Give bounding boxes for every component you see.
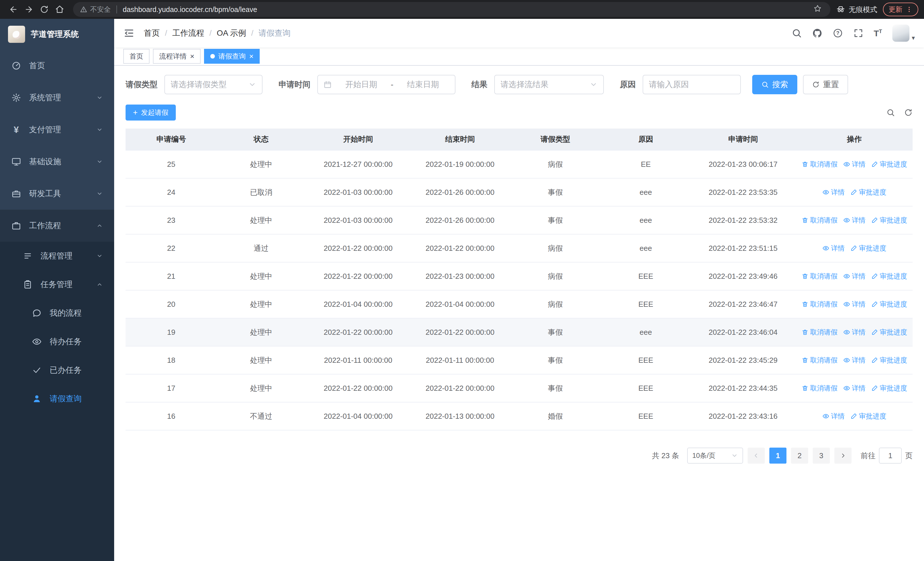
fullscreen-icon[interactable] — [853, 28, 864, 38]
page-button-2[interactable]: 2 — [791, 448, 808, 463]
action-cancel-link[interactable]: 取消请假 — [802, 328, 837, 337]
action-detail-link[interactable]: 详情 — [843, 300, 866, 309]
page-button-1[interactable]: 1 — [770, 448, 786, 463]
action-detail-link[interactable]: 详情 — [843, 160, 866, 169]
url-text[interactable]: dashboard.yudao.iocoder.cn/bpm/oa/leave — [123, 5, 813, 14]
action-progress-link[interactable]: 审批进度 — [871, 160, 907, 169]
user-avatar-menu[interactable]: ▾ — [892, 24, 915, 42]
sidebar-item-leave-query[interactable]: 请假查询 — [0, 385, 114, 413]
action-detail-link[interactable]: 详情 — [843, 328, 866, 337]
sidebar-item-process-mgmt[interactable]: 流程管理 — [0, 242, 114, 270]
breadcrumb-current: 请假查询 — [258, 28, 291, 39]
sidebar-item-payment[interactable]: ¥ 支付管理 — [0, 114, 114, 146]
action-progress-link[interactable]: 审批进度 — [871, 384, 907, 393]
reason-input[interactable] — [643, 75, 741, 94]
tab-home[interactable]: 首页 — [123, 49, 150, 64]
table-row[interactable]: 16 不通过 2022-01-04 00:00:00 2022-01-13 00… — [126, 402, 913, 430]
action-progress-link[interactable]: 审批进度 — [871, 328, 907, 337]
site-security-chip[interactable]: 不安全 — [80, 5, 111, 14]
close-icon[interactable]: × — [249, 53, 254, 60]
sidebar-item-workflow[interactable]: 工作流程 — [0, 210, 114, 242]
action-progress-link[interactable]: 审批进度 — [850, 412, 886, 421]
date-range-picker[interactable]: 开始日期 - 结束日期 — [317, 75, 455, 94]
action-progress-link[interactable]: 审批进度 — [871, 216, 907, 225]
browser-home-button[interactable] — [52, 2, 68, 17]
chevron-up-icon — [96, 223, 103, 229]
github-icon[interactable] — [812, 28, 822, 38]
goto-page-input[interactable] — [879, 448, 902, 463]
action-cancel-link[interactable]: 取消请假 — [802, 272, 837, 281]
kebab-menu-icon[interactable] — [906, 6, 913, 13]
browser-forward-button[interactable] — [21, 2, 36, 17]
result-select[interactable]: 请选择流结果 — [494, 75, 604, 94]
breadcrumb-home[interactable]: 首页 — [144, 28, 160, 39]
leave-type-select[interactable]: 请选择请假类型 — [164, 75, 262, 94]
button-label: 重置 — [823, 79, 839, 90]
browser-update-button[interactable]: 更新 — [883, 3, 918, 16]
tab-label: 请假查询 — [218, 52, 246, 61]
action-progress-link[interactable]: 审批进度 — [871, 356, 907, 365]
address-bar[interactable]: 不安全 dashboard.yudao.iocoder.cn/bpm/oa/le… — [73, 2, 830, 17]
table-row[interactable]: 18 处理中 2022-01-11 00:00:00 2022-01-11 00… — [126, 346, 913, 374]
breadcrumb-oa-example[interactable]: OA 示例 — [217, 28, 246, 39]
table-row[interactable]: 24 已取消 2022-01-03 00:00:00 2022-01-26 00… — [126, 178, 913, 206]
next-page-button[interactable] — [834, 448, 852, 463]
action-detail-link[interactable]: 详情 — [843, 272, 866, 281]
action-cancel-link[interactable]: 取消请假 — [802, 384, 837, 393]
sidebar-fold-icon[interactable] — [123, 27, 135, 39]
search-button[interactable]: 搜索 — [752, 75, 797, 94]
table-row[interactable]: 20 处理中 2022-01-04 00:00:00 2022-01-04 00… — [126, 290, 913, 318]
action-detail-link[interactable]: 详情 — [822, 244, 844, 253]
table-row[interactable]: 23 处理中 2022-01-03 00:00:00 2022-01-26 00… — [126, 206, 913, 234]
action-detail-link[interactable]: 详情 — [843, 216, 866, 225]
cell-actions: 详情审批进度 — [796, 402, 913, 430]
cell-apply-time: 2022-01-22 23:46:47 — [690, 290, 796, 318]
close-icon[interactable]: × — [190, 53, 194, 60]
bookmark-star-icon[interactable] — [813, 4, 824, 15]
cell-apply-time: 2022-01-23 00:06:17 — [690, 150, 796, 178]
action-detail-link[interactable]: 详情 — [843, 384, 866, 393]
table-row[interactable]: 19 处理中 2022-01-22 00:00:00 2022-01-22 00… — [126, 318, 913, 346]
refresh-icon[interactable] — [904, 108, 913, 117]
font-size-icon[interactable]: TT — [874, 29, 882, 38]
action-detail-link[interactable]: 详情 — [843, 356, 866, 365]
action-cancel-link[interactable]: 取消请假 — [802, 160, 837, 169]
sidebar-item-devtools[interactable]: 研发工具 — [0, 177, 114, 210]
main-area: 首页 / 工作流程 / OA 示例 / 请假查询 ? — [114, 19, 924, 561]
table-row[interactable]: 22 通过 2022-01-22 00:00:00 2022-01-22 00:… — [126, 234, 913, 262]
tab-process-detail[interactable]: 流程详情 × — [153, 49, 201, 64]
browser-reload-button[interactable] — [36, 2, 52, 17]
create-leave-button[interactable]: + 发起请假 — [126, 105, 176, 120]
action-detail-link[interactable]: 详情 — [822, 188, 844, 197]
cell-reason: eee — [602, 178, 690, 206]
tab-leave-query[interactable]: 请假查询 × — [204, 49, 260, 64]
reset-button[interactable]: 重置 — [803, 75, 848, 94]
sidebar-item-system[interactable]: 系统管理 — [0, 82, 114, 114]
search-toggle-icon[interactable] — [886, 108, 895, 117]
sidebar-item-task-mgmt[interactable]: 任务管理 — [0, 270, 114, 299]
sidebar-item-done-tasks[interactable]: 已办任务 — [0, 356, 114, 385]
action-cancel-link[interactable]: 取消请假 — [802, 216, 837, 225]
action-progress-link[interactable]: 审批进度 — [850, 244, 886, 253]
action-detail-link[interactable]: 详情 — [822, 412, 844, 421]
action-progress-link[interactable]: 审批进度 — [871, 300, 907, 309]
table-row[interactable]: 21 处理中 2022-01-22 00:00:00 2022-01-23 00… — [126, 262, 913, 290]
prev-page-button[interactable] — [748, 448, 765, 463]
page-size-select[interactable]: 10条/页 — [687, 448, 743, 463]
sidebar-item-my-processes[interactable]: 我的流程 — [0, 299, 114, 327]
action-cancel-link[interactable]: 取消请假 — [802, 356, 837, 365]
action-cancel-link[interactable]: 取消请假 — [802, 300, 837, 309]
table-row[interactable]: 25 处理中 2021-12-27 00:00:00 2022-01-19 00… — [126, 150, 913, 178]
sidebar-item-pending-tasks[interactable]: 待办任务 — [0, 327, 114, 356]
sidebar-logo[interactable]: 芋道管理系统 — [0, 19, 114, 50]
search-icon[interactable] — [792, 28, 802, 38]
action-progress-link[interactable]: 审批进度 — [850, 188, 886, 197]
page-button-3[interactable]: 3 — [813, 448, 830, 463]
sidebar-item-home[interactable]: 首页 — [0, 50, 114, 82]
sidebar-item-infrastructure[interactable]: 基础设施 — [0, 146, 114, 177]
breadcrumb-workflow[interactable]: 工作流程 — [172, 28, 204, 39]
question-icon[interactable]: ? — [832, 28, 843, 38]
browser-back-button[interactable] — [6, 2, 21, 17]
table-row[interactable]: 17 处理中 2022-01-22 00:00:00 2022-01-22 00… — [126, 374, 913, 402]
action-progress-link[interactable]: 审批进度 — [871, 272, 907, 281]
